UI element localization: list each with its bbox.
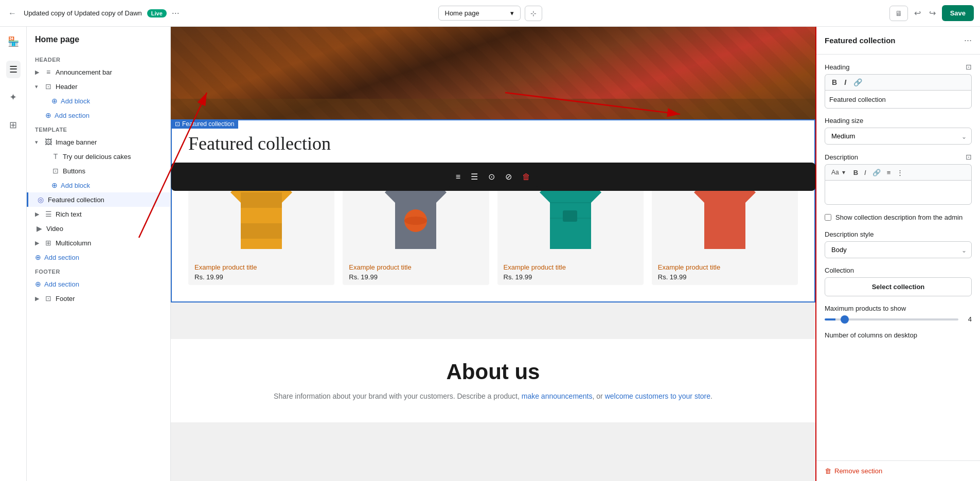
max-products-field-group: Maximum products to show 4 bbox=[825, 305, 972, 323]
heading-size-select[interactable]: Small Medium Large Huge bbox=[825, 128, 972, 145]
right-panel-more-button[interactable]: ··· bbox=[964, 35, 972, 46]
select-collection-button[interactable]: Select collection bbox=[825, 277, 972, 296]
add-section-button-1[interactable]: ⊕ Add section bbox=[27, 108, 170, 122]
nav-icon-store[interactable]: 🏪 bbox=[5, 33, 22, 50]
max-products-slider[interactable] bbox=[825, 318, 958, 320]
desc-italic-button[interactable]: I bbox=[862, 168, 868, 177]
sidebar-item-rich-text[interactable]: ▶ ☰ Rich text bbox=[27, 207, 170, 221]
chevron-down-icon: ▾ bbox=[35, 83, 41, 90]
multicolumn-icon: ⊞ bbox=[44, 239, 52, 247]
heading-field-label: Heading ⊡ bbox=[825, 63, 972, 71]
topbar-center: Home page ▾ ⊹ bbox=[438, 6, 542, 21]
redo-button[interactable]: ↪ bbox=[927, 6, 938, 20]
floating-toolbar: ≡ ☰ ⊙ ⊘ 🗑 bbox=[171, 163, 815, 191]
product-title: Example product title bbox=[194, 263, 328, 271]
heading-copy-icon[interactable]: ⊡ bbox=[966, 63, 972, 71]
description-input[interactable] bbox=[825, 180, 972, 205]
product-title: Example product title bbox=[658, 263, 792, 271]
add-section-button-footer[interactable]: ⊕ Add section bbox=[27, 277, 170, 291]
sidebar-item-featured-collection[interactable]: ◎ Featured collection bbox=[27, 192, 170, 207]
desc-bold-button[interactable]: B bbox=[851, 168, 860, 177]
featured-heading: Featured collection bbox=[188, 133, 798, 154]
plus-icon-5: ⊕ bbox=[35, 280, 41, 288]
header-icon: ⊡ bbox=[44, 82, 52, 91]
live-badge: Live bbox=[147, 9, 167, 17]
announcement-bar-icon: ≡ bbox=[44, 68, 52, 76]
show-collection-checkbox[interactable] bbox=[825, 214, 831, 221]
description-style-label: Description style bbox=[825, 230, 972, 238]
description-field-label: Description ⊡ bbox=[825, 153, 972, 161]
plus-icon-3: ⊕ bbox=[51, 181, 58, 189]
trash-icon: 🗑 bbox=[825, 467, 831, 475]
sidebar-item-buttons[interactable]: ⊡ Buttons bbox=[27, 164, 170, 178]
description-style-select[interactable]: Body Subtitle bbox=[825, 241, 972, 258]
sidebar-item-announcement-bar[interactable]: ▶ ≡ Announcement bar bbox=[27, 65, 170, 79]
sidebar-item-try-text[interactable]: T Try our delicious cakes bbox=[27, 149, 170, 164]
about-section: About us Share information about your br… bbox=[171, 339, 815, 422]
add-block-button-1[interactable]: ⊕ Add block bbox=[27, 94, 170, 108]
delete-icon[interactable]: 🗑 bbox=[520, 171, 532, 183]
header-group-label: HEADER bbox=[27, 52, 170, 65]
topbar-title: Updated copy of Updated copy of Dawn bbox=[24, 9, 142, 17]
link-button[interactable]: 🔗 bbox=[851, 77, 865, 88]
show-collection-label[interactable]: Show collection description from the adm… bbox=[835, 213, 963, 222]
product-price: Rs. 19.99 bbox=[194, 273, 328, 281]
about-link-welcome[interactable]: welcome customers to your store bbox=[605, 392, 710, 400]
undo-button[interactable]: ↩ bbox=[912, 6, 923, 20]
product-info: Example product title Rs. 19.99 bbox=[343, 259, 489, 285]
svg-marker-14 bbox=[694, 182, 756, 249]
description-copy-icon[interactable]: ⊡ bbox=[966, 153, 972, 161]
add-block-button-2[interactable]: ⊕ Add block bbox=[27, 178, 170, 192]
panel-title: Home page bbox=[27, 35, 170, 52]
chevron-right-icon-3: ▶ bbox=[35, 240, 41, 246]
nav-icon-theme[interactable]: ✦ bbox=[6, 88, 20, 106]
sidebar-label-featured-collection: Featured collection bbox=[48, 196, 162, 204]
nav-icon-blocks[interactable]: ⊞ bbox=[6, 116, 20, 134]
description-field-group: Description ⊡ Aa ▾ B I 🔗 ≡ ⋮ bbox=[825, 153, 972, 205]
heading-input[interactable]: Featured collection bbox=[825, 90, 972, 109]
collection-field-label: Collection bbox=[825, 266, 972, 274]
move-up-icon[interactable]: ⊙ bbox=[486, 171, 497, 183]
bold-button[interactable]: B bbox=[829, 77, 840, 88]
about-subtext: Share information about your brand with … bbox=[187, 390, 799, 402]
page-dropdown[interactable]: Home page ▾ bbox=[438, 6, 521, 21]
nav-icon-sections[interactable]: ☰ bbox=[6, 61, 21, 78]
align-left-icon[interactable]: ≡ bbox=[454, 171, 462, 183]
desc-ordered-list-button[interactable]: ⋮ bbox=[895, 168, 905, 177]
sidebar-item-footer[interactable]: ▶ ⊡ Footer bbox=[27, 291, 170, 306]
remove-section-button[interactable]: 🗑 Remove section bbox=[816, 460, 980, 481]
heading-field-group: Heading ⊡ B I 🔗 Featured collection bbox=[825, 63, 972, 109]
add-section-button-2[interactable]: ⊕ Add section bbox=[27, 250, 170, 264]
sidebar-item-header[interactable]: ▾ ⊡ Header bbox=[27, 79, 170, 94]
desc-link-button[interactable]: 🔗 bbox=[870, 168, 883, 177]
move-down-icon[interactable]: ⊘ bbox=[503, 171, 514, 183]
desc-list-button[interactable]: ≡ bbox=[885, 168, 893, 177]
sidebar-label-video: Video bbox=[46, 225, 162, 233]
sidebar-label-multicolumn: Multicolumn bbox=[56, 239, 162, 247]
left-panel: Home page HEADER ▶ ≡ Announcement bar ▾ … bbox=[27, 27, 171, 481]
product-price: Rs. 19.99 bbox=[658, 273, 792, 281]
product-title: Example product title bbox=[349, 263, 483, 271]
description-style-select-wrapper: Body Subtitle bbox=[825, 241, 972, 258]
back-button[interactable]: ← bbox=[6, 7, 19, 20]
sidebar-label-buttons: Buttons bbox=[63, 167, 162, 175]
desktop-preview-button[interactable]: 🖥 bbox=[889, 6, 908, 21]
save-button[interactable]: Save bbox=[942, 5, 974, 21]
sidebar-item-image-banner[interactable]: ▾ 🖼 Image banner bbox=[27, 135, 170, 149]
inspect-button[interactable]: ⊹ bbox=[525, 6, 542, 21]
text-icon: T bbox=[51, 152, 60, 161]
italic-button[interactable]: I bbox=[842, 77, 849, 88]
sidebar-item-video[interactable]: ▶ Video bbox=[27, 221, 170, 236]
icon-sidebar: 🏪 ☰ ✦ ⊞ bbox=[0, 27, 27, 481]
font-size-selector[interactable]: Aa ▾ bbox=[829, 167, 849, 178]
align-center-icon[interactable]: ☰ bbox=[469, 171, 480, 183]
about-link-make[interactable]: make announcements bbox=[522, 392, 593, 400]
sidebar-label-rich-text: Rich text bbox=[56, 210, 162, 218]
more-options-button[interactable]: ··· bbox=[172, 8, 180, 19]
sidebar-item-multicolumn[interactable]: ▶ ⊞ Multicolumn bbox=[27, 236, 170, 250]
footer-icon: ⊡ bbox=[44, 294, 52, 302]
floating-toolbar-inner: ≡ ☰ ⊙ ⊘ 🗑 bbox=[447, 167, 540, 187]
product-info: Example product title Rs. 19.99 bbox=[188, 259, 334, 285]
svg-point-8 bbox=[404, 217, 427, 225]
heading-size-field-group: Heading size Small Medium Large Huge bbox=[825, 117, 972, 145]
